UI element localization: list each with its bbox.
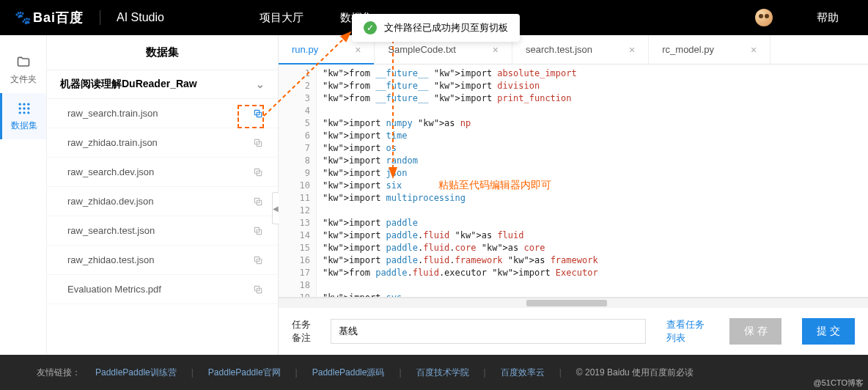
scroll-thumb[interactable] — [526, 300, 607, 306]
file-list: raw_search.train.json raw_zhidao.train.j… — [47, 99, 278, 304]
editor-area: ◀ run.py× SampleCode.txt× search.test.js… — [279, 35, 868, 355]
tab-label: run.py — [292, 44, 318, 55]
chevron-down-icon: ⌄ — [256, 78, 265, 90]
copy-icon[interactable] — [253, 196, 263, 207]
copy-icon[interactable] — [253, 167, 263, 177]
close-icon[interactable]: × — [751, 44, 757, 56]
file-row[interactable]: raw_zhidao.dev.json — [47, 187, 278, 216]
svg-point-2 — [27, 103, 29, 106]
top-right: 帮助 — [755, 9, 853, 26]
file-row[interactable]: raw_search.train.json — [47, 99, 278, 128]
avatar[interactable] — [755, 9, 773, 26]
tab-search-test[interactable]: search.test.json× — [512, 35, 649, 64]
panel-header: 数据集 — [47, 35, 278, 70]
save-button[interactable]: 保 存 — [729, 318, 782, 345]
tab-label: SampleCode.txt — [388, 44, 456, 55]
help-link[interactable]: 帮助 — [817, 11, 839, 25]
code-lines[interactable]: "kw">from __future__ "kw">import absolut… — [317, 65, 868, 297]
footer: 友情链接： PaddlePaddle训练营| PaddlePaddle官网| P… — [0, 355, 868, 390]
watermark: @51CTO博客 — [814, 378, 864, 389]
tab-rc-model[interactable]: rc_model.py× — [649, 35, 770, 64]
toast: ✓ 文件路径已成功拷贝至剪切板 — [352, 14, 520, 42]
task-input[interactable] — [331, 319, 646, 344]
file-name: raw_search.train.json — [67, 108, 158, 119]
view-task-list-link[interactable]: 查看任务列表 — [666, 318, 709, 345]
file-name: raw_search.dev.json — [67, 166, 154, 177]
nav-project-hall[interactable]: 项目大厅 — [260, 11, 304, 25]
close-icon[interactable]: × — [493, 44, 499, 56]
file-row[interactable]: Evaluation Metrics.pdf — [47, 275, 278, 304]
ai-studio-label: AI Studio — [117, 11, 164, 24]
svg-point-1 — [23, 103, 25, 106]
footer-link[interactable]: 百度技术学院 — [416, 367, 469, 379]
divider — [100, 10, 100, 25]
submit-button[interactable]: 提 交 — [802, 318, 855, 345]
file-row[interactable]: raw_search.dev.json — [47, 158, 278, 187]
folder-icon — [15, 54, 32, 70]
copy-icon[interactable] — [253, 138, 263, 148]
file-name: raw_zhidao.train.json — [67, 137, 158, 148]
file-row[interactable]: raw_zhidao.train.json — [47, 128, 278, 158]
horizontal-scrollbar[interactable] — [279, 298, 868, 308]
file-row[interactable]: raw_search.test.json — [47, 216, 278, 246]
baidu-logo: 🐾Bai百度 — [15, 9, 84, 26]
svg-point-0 — [19, 103, 21, 106]
logo-area: 🐾Bai百度 AI Studio — [15, 9, 164, 26]
svg-point-4 — [23, 107, 25, 109]
file-name: raw_zhidao.dev.json — [67, 196, 154, 207]
svg-point-6 — [19, 111, 21, 114]
grid-icon — [16, 100, 32, 117]
copy-icon[interactable] — [253, 255, 263, 265]
main-area: 文件夹 数据集 数据集 机器阅读理解DuReader_Raw ⌄ raw_sea… — [0, 35, 868, 355]
code-editor[interactable]: 1 2 3 4 5 6 7 8 9 10 11 12 13 14 15 16 1… — [279, 65, 868, 298]
file-name: raw_zhidao.test.json — [67, 254, 155, 265]
footer-link[interactable]: 百度效率云 — [501, 367, 545, 379]
task-bar: 任务备注 查看任务列表 保 存 提 交 — [279, 308, 868, 355]
svg-point-7 — [23, 111, 25, 114]
file-name: Evaluation Metrics.pdf — [67, 284, 161, 295]
footer-copyright: © 2019 Baidu 使用百度前必读 — [576, 367, 694, 379]
collapse-handle[interactable]: ◀ — [272, 192, 279, 224]
footer-link[interactable]: PaddlePaddle训练营 — [95, 367, 177, 379]
close-icon[interactable]: × — [629, 44, 635, 56]
line-gutter: 1 2 3 4 5 6 7 8 9 10 11 12 13 14 15 16 1… — [279, 65, 317, 297]
file-row[interactable]: raw_zhidao.test.json — [47, 246, 278, 275]
svg-point-8 — [27, 111, 29, 114]
copy-icon[interactable] — [253, 284, 263, 295]
mini-sidebar: 文件夹 数据集 — [0, 35, 47, 355]
folder-row[interactable]: 机器阅读理解DuReader_Raw ⌄ — [47, 70, 278, 99]
footer-link[interactable]: PaddlePaddle官网 — [208, 367, 281, 379]
tab-label: search.test.json — [526, 44, 592, 55]
mini-item-files[interactable]: 文件夹 — [0, 47, 46, 93]
mini-item-datasets[interactable]: 数据集 — [0, 93, 46, 139]
close-icon[interactable]: × — [355, 44, 361, 56]
svg-point-5 — [27, 107, 29, 109]
paw-icon: 🐾 — [15, 10, 32, 26]
check-icon: ✓ — [364, 21, 377, 34]
copy-icon[interactable] — [253, 226, 263, 236]
mini-item-label: 文件夹 — [10, 73, 37, 86]
tab-label: rc_model.py — [662, 44, 714, 55]
folder-name: 机器阅读理解DuReader_Raw — [60, 78, 197, 91]
footer-label: 友情链接： — [37, 367, 81, 379]
task-label: 任务备注 — [292, 318, 320, 345]
copy-icon[interactable] — [253, 108, 263, 119]
file-name: raw_search.test.json — [67, 225, 155, 236]
footer-link[interactable]: PaddlePaddle源码 — [312, 367, 385, 379]
svg-point-3 — [19, 107, 21, 109]
toast-message: 文件路径已成功拷贝至剪切板 — [384, 21, 508, 34]
mini-item-label: 数据集 — [11, 119, 37, 132]
file-panel: 数据集 机器阅读理解DuReader_Raw ⌄ raw_search.trai… — [47, 35, 279, 355]
